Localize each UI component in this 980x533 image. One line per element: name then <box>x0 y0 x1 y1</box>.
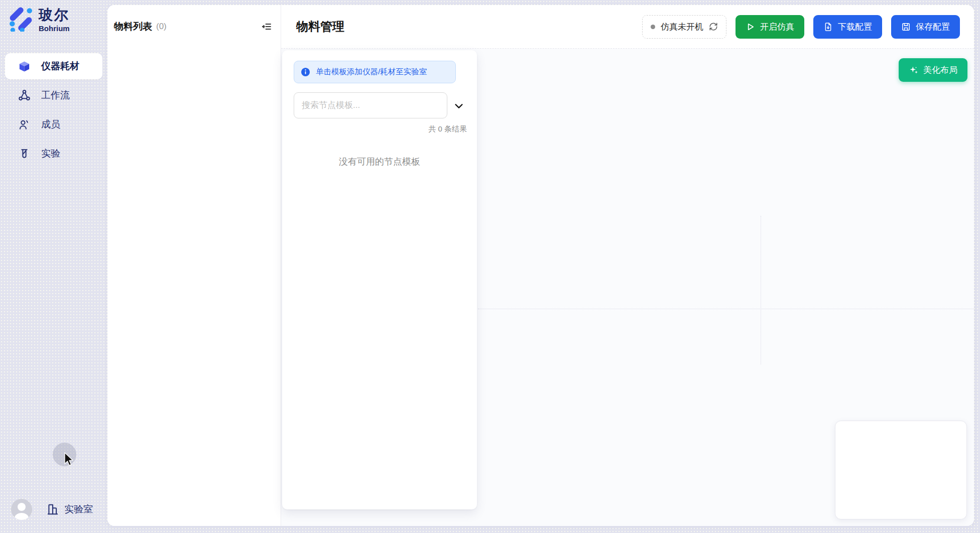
empty-templates-text: 没有可用的节点模板 <box>282 156 477 168</box>
sidebar-footer: 实验室 <box>11 499 93 520</box>
members-icon <box>18 118 31 131</box>
sidebar-item-instruments[interactable]: 仪器耗材 <box>5 53 102 79</box>
hint-text: 单击模板添加仪器/耗材至实验室 <box>316 67 427 77</box>
beautify-layout-button[interactable]: 美化布局 <box>899 58 967 82</box>
person-icon <box>11 499 32 520</box>
cube-icon <box>18 60 31 73</box>
brand-logo: 玻尔 Bohrium <box>8 7 70 33</box>
refresh-icon[interactable] <box>709 22 718 31</box>
status-dot-icon <box>651 25 655 29</box>
main-panel: 物料列表 (0) 物料管理 <box>107 5 974 526</box>
sidebar-item-members[interactable]: 成员 <box>5 111 102 138</box>
start-simulation-button[interactable]: 开启仿真 <box>736 15 804 39</box>
sidebar-item-label: 实验 <box>41 147 60 160</box>
user-avatar[interactable] <box>11 499 32 520</box>
minimap[interactable] <box>835 421 967 519</box>
canvas-header: 物料管理 仿真未开机 <box>281 5 974 49</box>
materials-list-title: 物料列表 <box>114 20 152 33</box>
info-icon <box>301 67 310 77</box>
node-template-panel: 单击模板添加仪器/耗材至实验室 共 0 条结果 没有可用的节点模板 <box>282 50 477 509</box>
building-icon <box>46 503 59 516</box>
sidebar-item-experiments[interactable]: 实验 <box>5 141 102 167</box>
play-icon <box>746 22 755 32</box>
result-count: 共 0 条结果 <box>428 124 467 134</box>
sidebar-item-label: 成员 <box>41 118 60 131</box>
simulation-status-pill[interactable]: 仿真未开机 <box>642 15 726 39</box>
page: 玻尔 Bohrium 仪器耗材 <box>0 0 980 533</box>
canvas-guide-vertical <box>761 216 761 364</box>
save-config-button[interactable]: 保存配置 <box>891 15 960 39</box>
brand-name-zh: 玻尔 <box>39 7 70 24</box>
sidebar: 玻尔 Bohrium 仪器耗材 <box>0 0 107 533</box>
sidebar-item-label: 工作流 <box>41 89 70 102</box>
chevron-down-icon <box>453 100 464 111</box>
save-icon <box>901 22 911 32</box>
brand-name-en: Bohrium <box>39 24 70 33</box>
search-template-input[interactable] <box>294 92 447 118</box>
sidebar-nav: 仪器耗材 工作流 成员 <box>5 53 102 170</box>
canvas-area: 物料管理 仿真未开机 <box>281 5 974 526</box>
lab-canvas[interactable]: 单击模板添加仪器/耗材至实验室 共 0 条结果 没有可用的节点模板 <box>281 49 974 526</box>
materials-list-panel: 物料列表 (0) <box>107 5 281 526</box>
workspace-switcher[interactable]: 实验室 <box>46 503 93 516</box>
sparkles-icon <box>909 65 919 75</box>
bohrium-logo-icon <box>8 7 33 32</box>
page-title: 物料管理 <box>296 19 344 35</box>
sidebar-item-workflow[interactable]: 工作流 <box>5 82 102 108</box>
simulation-status-label: 仿真未开机 <box>661 21 703 33</box>
hint-banner: 单击模板添加仪器/耗材至实验室 <box>294 61 456 83</box>
materials-list-count: (0) <box>156 22 167 32</box>
download-config-button[interactable]: 下载配置 <box>813 15 882 39</box>
workflow-icon <box>18 89 31 102</box>
expand-filter-button[interactable] <box>453 100 464 111</box>
sidebar-item-label: 仪器耗材 <box>41 60 79 73</box>
collapse-panel-button[interactable] <box>261 21 273 33</box>
test-tube-icon <box>18 148 31 160</box>
workspace-label: 实验室 <box>64 503 93 516</box>
canvas-guide-horizontal <box>478 309 974 309</box>
file-download-icon <box>823 22 833 32</box>
